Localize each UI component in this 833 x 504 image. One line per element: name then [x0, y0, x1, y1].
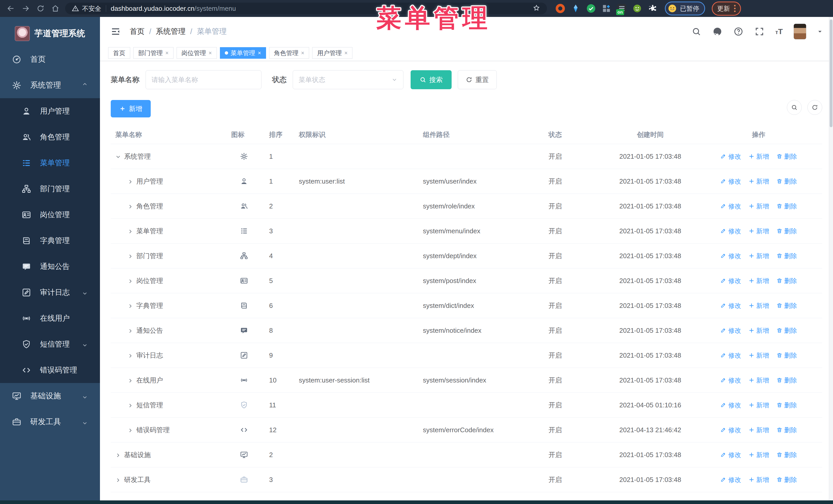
sidebar-item-notice[interactable]: 通知公告 [0, 254, 100, 280]
edit-link[interactable]: 修改 [720, 426, 741, 434]
delete-link[interactable]: 删除 [776, 277, 797, 285]
sidebar-item-error-code[interactable]: 错误码管理 [0, 357, 100, 383]
paused-badge[interactable]: 已暂停 [665, 2, 705, 16]
sidebar-item-post[interactable]: 岗位管理 [0, 202, 100, 227]
close-icon[interactable]: × [209, 50, 212, 56]
tab-post[interactable]: 岗位管理× [176, 47, 217, 59]
expand-right-icon[interactable] [128, 402, 133, 408]
add-link[interactable]: 新增 [748, 351, 769, 360]
delete-link[interactable]: 删除 [776, 426, 797, 434]
breadcrumb-system[interactable]: 系统管理 [156, 26, 186, 37]
delete-link[interactable]: 删除 [776, 252, 797, 260]
breadcrumb-home[interactable]: 首页 [130, 26, 145, 37]
expand-down-icon[interactable] [115, 153, 121, 159]
app-logo[interactable]: 芋道管理系统 [0, 17, 100, 46]
ext-grid-icon[interactable] [602, 4, 611, 13]
add-link[interactable]: 新增 [748, 476, 769, 484]
close-icon[interactable]: × [301, 50, 305, 56]
edit-link[interactable]: 修改 [720, 451, 741, 459]
expand-right-icon[interactable] [128, 203, 133, 209]
edit-link[interactable]: 修改 [720, 152, 741, 161]
expand-right-icon[interactable] [128, 253, 133, 259]
table-row-online-user[interactable]: 在线用户 10 system:user-session:list system/… [111, 368, 822, 393]
ext-puzzle-icon[interactable] [648, 4, 657, 13]
sidebar-item-menu[interactable]: 菜单管理 [0, 150, 100, 176]
edit-link[interactable]: 修改 [720, 177, 741, 186]
add-link[interactable]: 新增 [748, 152, 769, 161]
table-row-system[interactable]: 系统管理 1 开启 2021-01-05 17:03:48 修改新增删除 [111, 144, 822, 169]
table-row-notice[interactable]: 通知公告 8 system/notice/index 开启 2021-01-05… [111, 318, 822, 343]
status-select[interactable]: 菜单状态 [293, 70, 403, 89]
sidebar-item-system[interactable]: 系统管理 [0, 72, 100, 98]
tab-dept[interactable]: 部门管理× [133, 47, 173, 59]
search-button[interactable]: 搜索 [411, 70, 452, 89]
home-icon[interactable] [50, 3, 61, 14]
tab-role[interactable]: 角色管理× [269, 47, 309, 59]
expand-right-icon[interactable] [128, 303, 133, 308]
delete-link[interactable]: 删除 [776, 451, 797, 459]
add-link[interactable]: 新增 [748, 401, 769, 409]
close-icon[interactable]: × [258, 50, 261, 56]
chrome-menu-icon[interactable] [734, 5, 736, 12]
edit-link[interactable]: 修改 [720, 401, 741, 409]
add-link[interactable]: 新增 [748, 451, 769, 459]
add-link[interactable]: 新增 [748, 426, 769, 434]
close-icon[interactable]: × [165, 50, 169, 56]
github-icon[interactable] [712, 26, 722, 37]
reset-button[interactable]: 重置 [458, 70, 497, 89]
expand-right-icon[interactable] [128, 377, 133, 383]
header-search-icon[interactable] [691, 26, 701, 37]
table-row-sms[interactable]: 短信管理 11 开启 2021-04-05 01:10:16 修改新增删除 [111, 393, 822, 417]
table-row-error-code[interactable]: 错误码管理 12 system/errorCode/index 开启 2021-… [111, 417, 822, 442]
add-link[interactable]: 新增 [748, 227, 769, 235]
fullscreen-icon[interactable] [754, 26, 765, 37]
expand-right-icon[interactable] [128, 427, 133, 433]
edit-link[interactable]: 修改 [720, 252, 741, 260]
add-link[interactable]: 新增 [748, 177, 769, 186]
delete-link[interactable]: 删除 [776, 401, 797, 409]
help-icon[interactable] [733, 26, 743, 37]
table-row-role[interactable]: 角色管理 2 system/role/index 开启 2021-01-05 1… [111, 194, 822, 219]
delete-link[interactable]: 删除 [776, 326, 797, 335]
edit-link[interactable]: 修改 [720, 476, 741, 484]
edit-link[interactable]: 修改 [720, 277, 741, 285]
refresh-table-button[interactable] [807, 100, 822, 115]
delete-link[interactable]: 删除 [776, 152, 797, 161]
table-row-infra[interactable]: 基础设施 2 开启 2021-01-05 17:03:48 修改新增删除 [111, 442, 822, 467]
sidebar-item-dev-tools[interactable]: 研发工具 [0, 409, 100, 435]
edit-link[interactable]: 修改 [720, 351, 741, 360]
sidebar-item-home[interactable]: 首页 [0, 46, 100, 72]
delete-link[interactable]: 删除 [776, 351, 797, 360]
ext-green-bot-icon[interactable] [633, 4, 642, 13]
sidebar-item-infra[interactable]: 基础设施 [0, 383, 100, 409]
delete-link[interactable]: 删除 [776, 227, 797, 235]
sidebar-item-sms[interactable]: 短信管理 [0, 331, 100, 357]
edit-link[interactable]: 修改 [720, 227, 741, 235]
delete-link[interactable]: 删除 [776, 202, 797, 211]
sidebar-item-dict[interactable]: 字典管理 [0, 227, 100, 254]
expand-right-icon[interactable] [128, 353, 133, 358]
expand-right-icon[interactable] [128, 328, 133, 333]
vertical-scrollbar[interactable] [829, 17, 833, 500]
add-link[interactable]: 新增 [748, 277, 769, 285]
sidebar-item-dept[interactable]: 部门管理 [0, 176, 100, 202]
table-row-dept[interactable]: 部门管理 4 system/dept/index 开启 2021-01-05 1… [111, 243, 822, 268]
edit-link[interactable]: 修改 [720, 326, 741, 335]
expand-right-icon[interactable] [128, 178, 133, 184]
ext-blue-kite-icon[interactable] [571, 4, 580, 13]
add-link[interactable]: 新增 [748, 326, 769, 335]
delete-link[interactable]: 删除 [776, 476, 797, 484]
expand-right-icon[interactable] [128, 278, 133, 284]
user-avatar[interactable] [793, 24, 806, 40]
back-icon[interactable] [6, 3, 16, 14]
tab-user[interactable]: 用户管理× [312, 47, 352, 59]
tab-home[interactable]: 首页 [108, 47, 130, 59]
font-size-icon[interactable]: тT [775, 27, 783, 36]
table-row-dev-tools[interactable]: 研发工具 3 开启 2021-01-05 17:03:48 修改新增删除 [111, 467, 822, 492]
delete-link[interactable]: 删除 [776, 177, 797, 186]
expand-right-icon[interactable] [115, 477, 121, 482]
add-button[interactable]: 新增 [111, 100, 151, 117]
toggle-search-button[interactable] [787, 100, 802, 115]
close-icon[interactable]: × [344, 50, 348, 56]
expand-right-icon[interactable] [115, 452, 121, 458]
